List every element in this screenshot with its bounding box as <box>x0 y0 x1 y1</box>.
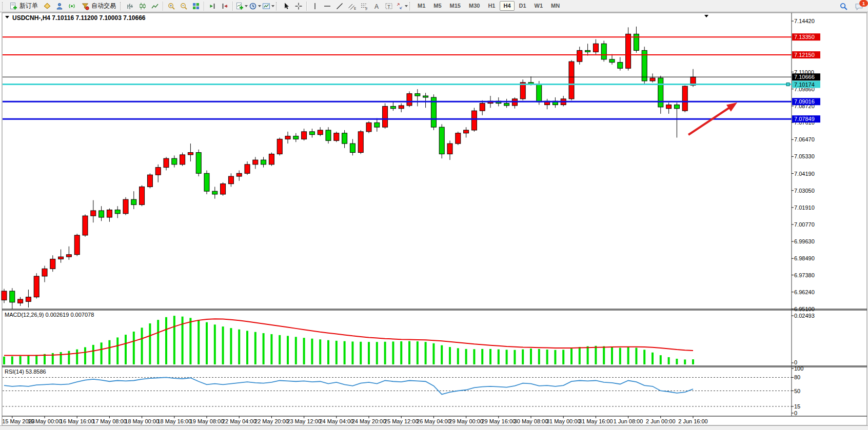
timeframe-button-m30[interactable]: M30 <box>465 1 483 11</box>
bull-candle <box>285 136 290 139</box>
chart-shift-button[interactable] <box>219 1 231 12</box>
bull-candle <box>593 44 598 52</box>
date-label: 16 May 16:00 <box>60 418 94 424</box>
macd-histogram-bar <box>11 356 13 364</box>
macd-histogram-bar <box>230 328 232 364</box>
periods-button[interactable] <box>248 1 262 12</box>
bull-candle <box>334 133 339 141</box>
timeframe-button-h4[interactable]: H4 <box>500 1 514 11</box>
text-label-tool-button[interactable]: T <box>383 1 395 12</box>
timeframe-button-m5[interactable]: M5 <box>430 1 445 11</box>
resistance-badge-label: 7.13350 <box>794 34 815 40</box>
price-tick-label: 6.95100 <box>794 306 815 312</box>
date-label: 29 May 00:00 <box>449 418 483 424</box>
indicators-button[interactable] <box>235 1 248 12</box>
date-label: 22 May 20:00 <box>254 418 289 424</box>
timeframe-button-m15[interactable]: M15 <box>446 1 464 11</box>
svg-text:T: T <box>387 4 390 9</box>
bull-candle <box>228 176 233 184</box>
autotrade-button[interactable]: 自动交易 <box>78 1 119 12</box>
fibonacci-tool-button[interactable]: F <box>358 1 370 12</box>
auto-scroll-button[interactable] <box>206 1 219 12</box>
price-tick-label: 6.98490 <box>794 255 815 261</box>
rsi-axis-label: 100 <box>794 365 803 372</box>
notifications-button[interactable]: 1 <box>853 1 865 12</box>
bull-candle <box>236 173 242 176</box>
tile-windows-icon <box>192 2 200 10</box>
equidistant-channel-tool-button[interactable]: E <box>346 1 358 12</box>
macd-histogram-bar <box>546 350 548 364</box>
timeframe-button-m1[interactable]: M1 <box>414 1 429 11</box>
zoom-in-icon <box>167 2 175 10</box>
metaeditor-button[interactable] <box>53 1 66 12</box>
macd-histogram-bar <box>384 342 386 364</box>
bear-candle <box>172 158 177 165</box>
bull-candle <box>164 158 169 167</box>
bear-candle <box>439 127 444 154</box>
search-button[interactable] <box>837 1 850 12</box>
line-chart-button[interactable] <box>149 1 161 12</box>
bar-chart-button[interactable] <box>124 1 136 12</box>
macd-histogram-bar <box>522 350 524 364</box>
new-order-button[interactable]: 新订单 <box>6 1 41 12</box>
price-tick-label: 7.00770 <box>794 221 815 228</box>
macd-histogram-bar <box>125 335 127 364</box>
bear-candle <box>537 84 542 102</box>
zoom-in-button[interactable] <box>165 1 177 12</box>
macd-histogram-bar <box>295 337 297 364</box>
rsi-axis-label: 0 <box>794 410 797 416</box>
tile-windows-button[interactable] <box>190 1 202 12</box>
macd-axis-label: 0.02493 <box>794 313 815 319</box>
bear-candle <box>674 105 679 109</box>
macd-histogram-bar <box>457 348 459 364</box>
chart-shift-icon <box>221 2 229 10</box>
macd-histogram-bar <box>84 347 86 364</box>
macd-histogram-bar <box>246 331 248 364</box>
bull-candle <box>577 50 582 62</box>
styles-button[interactable] <box>41 1 53 12</box>
indicators-dropdown-caret <box>245 5 248 9</box>
horizontal-line-tool-button[interactable] <box>321 1 333 12</box>
candlestick-chart-button[interactable] <box>136 1 149 12</box>
arrows-tool-button[interactable] <box>395 1 408 12</box>
main-toolbar: 新订单 自动交易 <box>0 0 868 12</box>
macd-histogram-bar <box>319 339 321 364</box>
support-badge-label: 7.07849 <box>794 116 815 122</box>
bull-candle <box>155 168 161 175</box>
trendline-tool-button[interactable] <box>333 1 346 12</box>
text-tool-button[interactable]: A <box>370 1 383 12</box>
bear-candle <box>609 59 615 63</box>
toolbar-grip <box>120 2 123 10</box>
bull-candle <box>650 78 655 81</box>
macd-histogram-bar <box>60 352 62 364</box>
timeframe-button-d1[interactable]: D1 <box>516 1 530 11</box>
macd-axis-label: 0 <box>794 359 797 365</box>
cursor-tool-button[interactable] <box>280 1 292 12</box>
timeframe-button-h1[interactable]: H1 <box>484 1 499 11</box>
timeframe-button-w1[interactable]: W1 <box>531 1 547 11</box>
chart-canvas[interactable]: 7.144207.110007.098607.087207.076107.064… <box>0 0 868 430</box>
macd-histogram-bar <box>27 356 29 364</box>
bull-candle <box>147 175 152 187</box>
crosshair-tool-button[interactable] <box>292 1 305 12</box>
bull-candle <box>302 132 307 139</box>
macd-histogram-bar <box>587 346 589 364</box>
date-label: 18 May 00:00 <box>125 418 159 424</box>
bull-candle <box>358 132 363 153</box>
macd-histogram-bar <box>68 351 70 364</box>
bull-candle <box>34 276 39 297</box>
rsi-axis-label: 15 <box>794 403 800 409</box>
signals-button[interactable] <box>66 1 78 12</box>
line-handle[interactable] <box>786 83 790 86</box>
zoom-out-icon <box>180 2 188 10</box>
zoom-out-button[interactable] <box>177 1 190 12</box>
date-label: 30 May 08:00 <box>514 418 548 424</box>
toolbar-grip <box>2 2 5 10</box>
bear-candle <box>212 191 218 194</box>
vertical-line-tool-button[interactable] <box>309 1 321 12</box>
macd-histogram-bar <box>668 357 670 364</box>
templates-button[interactable] <box>262 1 275 12</box>
timeframe-button-mn[interactable]: MN <box>547 1 563 11</box>
date-label: 19 May 08:00 <box>190 418 224 424</box>
bear-candle <box>585 50 590 52</box>
